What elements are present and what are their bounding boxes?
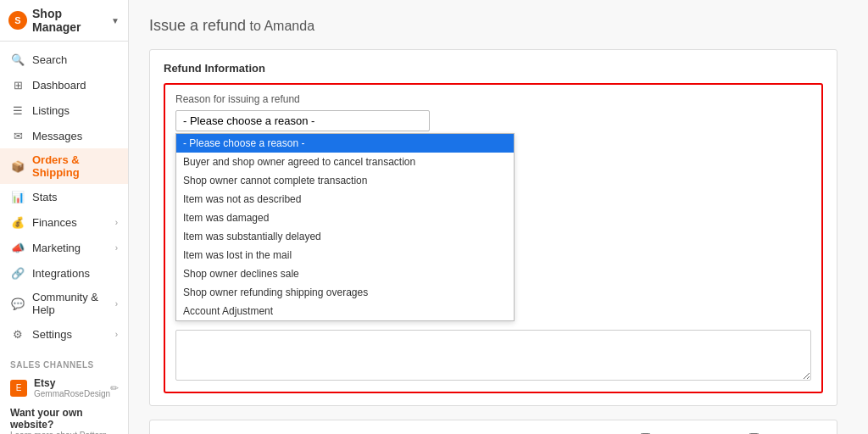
community-icon: 💬: [10, 296, 25, 311]
sidebar-item-marketing[interactable]: 📣 Marketing ›: [0, 235, 128, 260]
pattern-sub: Learn more about Pattern: [10, 431, 118, 434]
refund-info-section: Refund Information Reason for issuing a …: [149, 49, 837, 406]
sidebar-item-label: Messages: [32, 130, 82, 142]
dropdown-list-item[interactable]: Shop owner declines sale: [176, 264, 514, 283]
reason-select[interactable]: - Please choose a reason - Buyer and sho…: [175, 110, 430, 131]
dropdown-list-item[interactable]: Item was not as described: [176, 190, 514, 209]
refund-info-title: Refund Information: [164, 62, 823, 75]
message-textarea[interactable]: [175, 330, 811, 381]
chevron-down-icon: ▼: [111, 16, 120, 25]
sidebar-nav: 🔍 Search ⊞ Dashboard ☰ Listings ✉ Messag…: [0, 42, 128, 352]
shop-manager-header[interactable]: S Shop Manager ▼: [0, 0, 128, 42]
sidebar-item-messages[interactable]: ✉ Messages: [0, 123, 128, 148]
sidebar-item-stats[interactable]: 📊 Stats: [0, 184, 128, 209]
sidebar-item-label: Settings: [32, 328, 72, 341]
search-icon: 🔍: [10, 52, 25, 67]
sidebar-item-label: Dashboard: [32, 79, 86, 92]
pattern-title: Want your own website?: [10, 407, 118, 431]
integrations-icon: 🔗: [10, 265, 25, 281]
dropdown-list-item[interactable]: - Please choose a reason -: [176, 134, 514, 153]
sidebar-item-label: Search: [32, 53, 67, 66]
sidebar-item-label: Marketing: [32, 242, 81, 254]
sidebar-item-label: Finances: [32, 216, 77, 229]
settings-icon: ⚙: [10, 326, 25, 342]
sidebar-item-label: Orders & Shipping: [32, 153, 118, 179]
sidebar-item-finances[interactable]: 💰 Finances ›: [0, 209, 128, 235]
sidebar-item-search[interactable]: 🔍 Search: [0, 47, 128, 72]
message-area: [175, 330, 811, 383]
etsy-name: Etsy: [34, 377, 110, 389]
dropdown-list-item[interactable]: Account Adjustment: [176, 302, 514, 320]
reason-dropdown-box: Reason for issuing a refund - Please cho…: [164, 83, 823, 393]
sidebar-item-listings[interactable]: ☰ Listings: [0, 97, 128, 123]
messages-icon: ✉: [10, 128, 25, 143]
arrow-icon: ›: [115, 218, 118, 227]
shop-manager-label: Shop Manager: [32, 7, 108, 34]
sidebar-item-orders[interactable]: 📦 Orders & Shipping: [0, 148, 128, 184]
dropdown-list-item[interactable]: Buyer and shop owner agreed to cancel tr…: [176, 153, 514, 171]
etsy-sub: GemmaRoseDesign: [34, 389, 110, 398]
marketing-icon: 📣: [10, 240, 25, 255]
etsy-channel[interactable]: E Etsy GemmaRoseDesign ✏: [0, 373, 128, 403]
dropdown-overlay: - Please choose a reason - Buyer and sho…: [175, 133, 811, 321]
dropdown-list: - Please choose a reason - Buyer and sho…: [175, 133, 515, 321]
sidebar-item-dashboard[interactable]: ⊞ Dashboard: [0, 72, 128, 97]
sidebar-item-label: Integrations: [32, 267, 90, 280]
dropdown-list-item[interactable]: Item was substantially delayed: [176, 227, 514, 246]
sidebar-item-label: Community & Help: [32, 291, 115, 316]
sales-channels-label: SALES CHANNELS: [0, 352, 128, 373]
dropdown-list-item[interactable]: Item was lost in the mail: [176, 246, 514, 264]
sidebar-item-label: Listings: [32, 104, 70, 117]
pattern-promo[interactable]: Want your own website? Learn more about …: [0, 403, 128, 434]
sidebar-item-settings[interactable]: ⚙ Settings ›: [0, 321, 128, 347]
edit-icon[interactable]: ✏: [110, 382, 119, 394]
orders-icon: 📦: [10, 159, 25, 174]
dropdown-list-item[interactable]: Shop owner cannot complete transaction: [176, 171, 514, 190]
dropdown-list-item[interactable]: Shop owner refunding shipping overages: [176, 283, 514, 302]
main-content: Issue a refund to Amanda Refund Informat…: [129, 0, 868, 434]
shop-icon: S: [8, 11, 27, 30]
sidebar-item-integrations[interactable]: 🔗 Integrations: [0, 260, 128, 286]
sidebar-item-community[interactable]: 💬 Community & Help ›: [0, 286, 128, 321]
arrow-icon: ›: [115, 330, 118, 339]
sidebar: S Shop Manager ▼ 🔍 Search ⊞ Dashboard ☰ …: [0, 0, 129, 434]
sidebar-item-label: Stats: [32, 191, 58, 203]
listings-icon: ☰: [10, 103, 25, 118]
dashboard-icon: ⊞: [10, 77, 25, 92]
dropdown-wrapper: - Please choose a reason - Buyer and sho…: [175, 110, 430, 131]
etsy-icon: E: [10, 380, 27, 397]
page-title: Issue a refund to Amanda: [149, 14, 837, 36]
reason-label: Reason for issuing a refund: [175, 93, 811, 105]
etsy-channel-info: Etsy GemmaRoseDesign: [34, 377, 110, 398]
dropdown-list-item[interactable]: Item was damaged: [176, 209, 514, 227]
stats-icon: 📊: [10, 189, 25, 204]
arrow-icon: ›: [115, 243, 118, 253]
order-section: Order #1868367275 — 1 item Issue a full …: [149, 420, 837, 434]
arrow-icon: ›: [115, 299, 118, 309]
finances-icon: 💰: [10, 214, 25, 230]
